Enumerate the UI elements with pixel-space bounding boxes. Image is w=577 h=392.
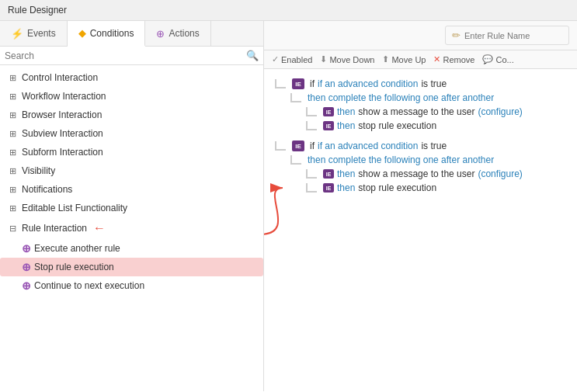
rule-condition-line-1: IE if if an advanced condition is true — [275, 77, 566, 91]
tab-actions[interactable]: ⊕ Actions — [145, 21, 210, 46]
tab-conditions-label: Conditions — [90, 28, 134, 39]
enabled-label: Enabled — [281, 55, 312, 64]
rule-action-line-1a: IE then show a message to the user (conf… — [275, 105, 566, 119]
sub-icon: ⊕ — [22, 279, 31, 292]
comment-label: Co... — [495, 55, 513, 64]
tree-item-notifications[interactable]: ⊞ Notifications — [0, 180, 263, 199]
enabled-icon: ✓ — [272, 54, 279, 64]
tab-bar: ⚡ Events ◆ Conditions ⊕ Actions — [0, 21, 263, 47]
title-bar: Rule Designer — [0, 0, 577, 21]
rule-then-line-2: then complete the following one after an… — [275, 153, 566, 167]
expand-icon: ⊞ — [9, 73, 19, 83]
then-action-link-1a[interactable]: then — [337, 106, 355, 117]
then-action-link-2a[interactable]: then — [337, 168, 355, 179]
tree-item-visibility[interactable]: ⊞ Visibility — [0, 161, 263, 180]
tree-item-browser-interaction[interactable]: ⊞ Browser Interaction — [0, 106, 263, 124]
action-text-1b: stop rule execution — [358, 120, 436, 131]
tree-sub-item-label: Execute another rule — [34, 243, 120, 254]
conditions-icon: ◆ — [78, 27, 86, 39]
search-bar: 🔍 — [0, 47, 263, 65]
arrow-indicator: ← — [93, 221, 106, 235]
tree-item-label: Subform Interaction — [22, 147, 103, 158]
tree-item-label: Browser Interaction — [22, 109, 102, 120]
rule-icon: IE — [292, 78, 304, 89]
then-action-link-1b[interactable]: then — [337, 120, 355, 131]
rule-block-2: IE if if an advanced condition is true t… — [275, 139, 566, 195]
tree-item-label: Subview Interaction — [22, 128, 103, 139]
search-input[interactable] — [5, 50, 246, 61]
then-action-link-2b[interactable]: then — [337, 182, 355, 193]
tab-conditions[interactable]: ◆ Conditions — [68, 21, 146, 47]
rule-name-input[interactable] — [464, 31, 565, 40]
expand-icon: ⊞ — [9, 129, 19, 139]
tab-events-label: Events — [27, 28, 56, 39]
rule-condition-line-2: IE if if an advanced condition is true — [275, 139, 566, 153]
tree-item-label: Rule Interaction — [22, 223, 87, 234]
advanced-condition-link-1[interactable]: if an advanced condition — [318, 78, 418, 89]
move-up-label: Move Up — [391, 55, 426, 64]
tree-item-editable-list[interactable]: ⊞ Editable List Functionality — [0, 199, 263, 217]
expand-icon: ⊞ — [9, 185, 19, 195]
tree-sub-item-continue-execution[interactable]: ⊕ Continue to next execution — [0, 276, 263, 295]
rule-block-1: IE if if an advanced condition is true t… — [275, 77, 566, 133]
expand-icon: ⊞ — [9, 166, 19, 176]
tree-sub-item-label: Continue to next execution — [34, 280, 144, 291]
expand-icon: ⊞ — [9, 147, 19, 158]
tree-item-workflow-interaction[interactable]: ⊞ Workflow Interaction — [0, 87, 263, 106]
tree-item-subview-interaction[interactable]: ⊞ Subview Interaction — [0, 124, 263, 143]
remove-label: Remove — [443, 55, 474, 64]
rule-icon: IE — [292, 140, 304, 151]
tree-item-label: Workflow Interaction — [22, 91, 106, 102]
move-up-icon: ⬆ — [382, 54, 389, 64]
events-icon: ⚡ — [11, 28, 23, 40]
toolbar-enabled[interactable]: ✓ Enabled — [272, 54, 312, 64]
tree-sub-item-execute-rule[interactable]: ⊕ Execute another rule — [0, 239, 263, 258]
right-header: ✏ — [264, 21, 577, 50]
sub-icon: ⊕ — [22, 261, 31, 273]
tree-sub-item-label: Stop rule execution — [34, 262, 114, 272]
comment-icon: 💬 — [482, 54, 493, 64]
right-panel: ✏ ✓ Enabled ⬇ Move Down ⬆ Move Up ✕ Remo… — [264, 21, 577, 391]
action-text-2b: stop rule execution — [358, 182, 436, 193]
toolbar: ✓ Enabled ⬇ Move Down ⬆ Move Up ✕ Remove… — [264, 50, 577, 69]
toolbar-comment[interactable]: 💬 Co... — [482, 54, 513, 64]
toolbar-remove[interactable]: ✕ Remove — [433, 54, 474, 64]
action-text-1a: show a message to the user — [358, 106, 474, 117]
tree-item-rule-interaction[interactable]: ⊟ Rule Interaction ← — [0, 217, 263, 239]
rule-content: IE if if an advanced condition is true t… — [264, 69, 577, 391]
if-text: if — [310, 78, 315, 89]
app-title: Rule Designer — [8, 5, 67, 16]
actions-icon: ⊕ — [156, 28, 165, 40]
then-link-2[interactable]: then complete the following one after an… — [308, 154, 494, 165]
is-true-text-2: is true — [421, 140, 447, 151]
tree-item-label: Notifications — [22, 184, 72, 195]
configure-link-2a[interactable]: (configure) — [478, 168, 522, 179]
tree-item-subform-interaction[interactable]: ⊞ Subform Interaction — [0, 143, 263, 161]
toolbar-move-up[interactable]: ⬆ Move Up — [382, 54, 426, 64]
rule-name-container: ✏ — [445, 26, 569, 45]
tree-sub-item-stop-rule[interactable]: ⊕ Stop rule execution — [0, 258, 263, 276]
advanced-condition-link-2[interactable]: if an advanced condition — [318, 140, 418, 151]
then-link-1[interactable]: then complete the following one after an… — [308, 92, 494, 103]
move-down-icon: ⬇ — [320, 54, 327, 64]
if-text-2: if — [310, 140, 315, 151]
left-panel: ⚡ Events ◆ Conditions ⊕ Actions 🔍 ⊞ Cont… — [0, 21, 264, 391]
tree-item-label: Visibility — [22, 165, 55, 176]
rule-action-line-2b: IE then stop rule execution — [275, 181, 566, 195]
sub-icon: ⊕ — [22, 242, 31, 255]
tree-list: ⊞ Control Interaction ⊞ Workflow Interac… — [0, 65, 263, 391]
configure-link-1a[interactable]: (configure) — [478, 106, 522, 117]
rule-icon-small: IE — [323, 183, 334, 193]
is-true-text: is true — [421, 78, 447, 89]
tree-item-label: Editable List Functionality — [22, 203, 127, 213]
tree-item-control-interaction[interactable]: ⊞ Control Interaction — [0, 68, 263, 87]
rule-action-line-1b: IE then stop rule execution — [275, 119, 566, 133]
tree-item-label: Control Interaction — [22, 72, 98, 83]
rule-icon-small: IE — [323, 169, 334, 179]
expand-icon: ⊞ — [9, 203, 19, 213]
tab-events[interactable]: ⚡ Events — [0, 21, 68, 46]
toolbar-move-down[interactable]: ⬇ Move Down — [320, 54, 374, 64]
expand-icon: ⊞ — [9, 92, 19, 102]
action-text-2a: show a message to the user — [358, 168, 474, 179]
rule-name-icon: ✏ — [452, 29, 461, 41]
